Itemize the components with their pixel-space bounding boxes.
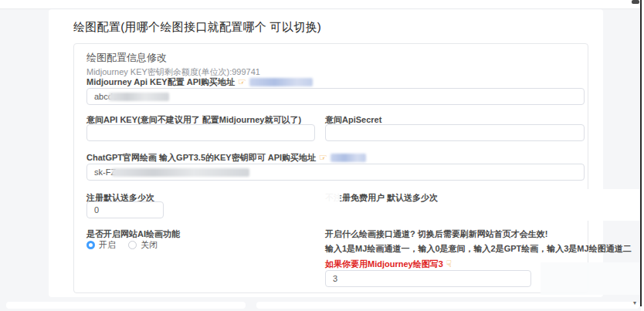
- channel-input[interactable]: [325, 270, 531, 287]
- pointer-right-icon: ☞: [319, 154, 327, 162]
- draw-switch-radios: 开启 关闭: [86, 239, 158, 251]
- mj-key-label-row: Midjourney Api KEY配置 API购买地址 ☞: [86, 76, 313, 88]
- channel-warning-text: 如果你要用Midjourney绘图写3: [325, 259, 443, 270]
- redacted-purchase-link[interactable]: [330, 154, 366, 162]
- register-gift-input[interactable]: [86, 201, 164, 218]
- redaction-patch: [158, 189, 340, 213]
- redacted-key-tail: [109, 93, 169, 101]
- gpt-key-label-row: ChatGPT官网绘画 输入GPT3.5的KEY密钥即可 API购买地址 ☞: [86, 152, 366, 164]
- gpt-key-label: ChatGPT官网绘画 输入GPT3.5的KEY密钥即可 API购买地址: [86, 152, 316, 164]
- window-edge-line: [640, 0, 642, 306]
- panel-header: 绘图配置信息修改: [86, 51, 167, 65]
- bottom-bar: [6, 302, 246, 309]
- page-title: 绘图配置(用哪个绘图接口就配置哪个 可以切换): [73, 20, 321, 35]
- bottom-bar: [256, 302, 639, 309]
- radio-on[interactable]: 开启: [86, 239, 116, 251]
- redacted-key-tail: [112, 168, 249, 177]
- resize-handle-icon: ▾: [633, 299, 639, 307]
- draw-switch-label: 是否开启网站AI绘画功能: [86, 228, 180, 240]
- screenshot-root: 绘图配置(用哪个绘图接口就配置哪个 可以切换) 绘图配置信息修改 Midjour…: [0, 0, 644, 311]
- redaction-patch: [541, 262, 639, 295]
- scrollbar-top-thumb[interactable]: [632, 0, 639, 4]
- radio-off-dot: [128, 241, 137, 249]
- radio-on-label: 开启: [99, 239, 116, 251]
- redaction-patch: [485, 189, 639, 221]
- pointer-down-icon: ☟: [446, 260, 452, 269]
- radio-off-label: 关闭: [141, 239, 158, 251]
- channel-tip1: 开启什么绘画接口通道? 切换后需要刷新网站首页才会生效!: [325, 228, 547, 240]
- channel-tip2: 输入1是MJ绘画通道一，输入0是意间，输入2是GPT绘画，输入3是MJ绘图通道二: [325, 243, 632, 255]
- pointer-right-icon: ☞: [238, 78, 246, 86]
- unregister-gift-label: 不注册免费用户 默认送多少次: [325, 192, 438, 204]
- yijian-secret-input[interactable]: [325, 124, 585, 141]
- yijian-key-input[interactable]: [86, 124, 315, 141]
- redacted-purchase-link[interactable]: [249, 78, 313, 86]
- mj-key-label: Midjourney Api KEY配置 API购买地址: [86, 76, 235, 88]
- radio-on-dot: [86, 241, 95, 249]
- channel-warning-row: 如果你要用Midjourney绘图写3 ☟: [325, 259, 452, 270]
- radio-off[interactable]: 关闭: [128, 239, 158, 251]
